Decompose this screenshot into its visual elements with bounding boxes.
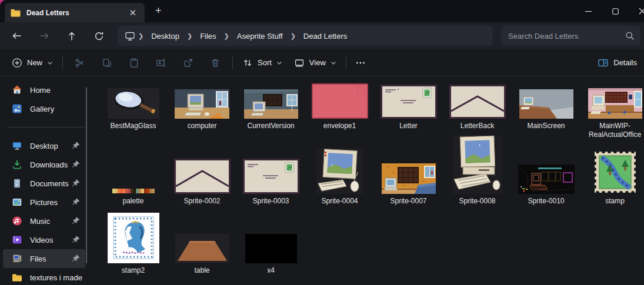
navigation-bar: ❯ Desktop ❯ Files ❯ Aseprite Stuff ❯ Dea… (0, 22, 644, 49)
copy-button[interactable] (94, 53, 121, 73)
thumbnail-stamp (593, 146, 637, 194)
sidebar-item-music[interactable]: Music (3, 212, 85, 230)
breadcrumb-item-desktop[interactable]: Desktop (146, 30, 184, 42)
pin-icon (72, 254, 81, 263)
file-item-bestmagglass[interactable]: BestMagGlass (99, 82, 168, 146)
sidebar-item-label: Gallery (30, 105, 54, 113)
file-item-mainscreen[interactable]: MainScreen (512, 82, 580, 146)
forward-icon[interactable] (35, 30, 53, 42)
thumbnail-sprite-0003 (243, 146, 299, 194)
sidebar-item-downloads[interactable]: Downloads (3, 155, 85, 174)
file-item-mainwip-realactualoffice[interactable]: MainWIP-RealActualOffice (580, 82, 644, 146)
delete-button[interactable] (202, 53, 229, 73)
details-panel-icon (598, 58, 609, 68)
breadcrumb-separator: ❯ (186, 32, 193, 40)
file-item-sprite-0007[interactable]: Sprite-0007 (374, 146, 443, 213)
file-item-palette[interactable]: palette (99, 146, 168, 213)
file-item-table[interactable]: table (168, 213, 236, 275)
sidebar-item-documents[interactable]: Documents (3, 174, 85, 193)
thumbnail-computer (175, 82, 229, 119)
command-bar: New Sort View Details (0, 49, 644, 76)
new-button[interactable]: New (6, 53, 59, 73)
breadcrumb-item-aseprite-stuff[interactable]: Aseprite Stuff (232, 30, 288, 42)
thumbnail-table (175, 213, 229, 263)
file-item-x4[interactable]: x4 (236, 213, 305, 275)
cut-button[interactable] (66, 53, 94, 73)
close-button[interactable] (629, 0, 644, 22)
thumbnail-mainwip-realactualoffice (588, 82, 642, 119)
breadcrumb: ❯ Desktop ❯ Files ❯ Aseprite Stuff ❯ Dea… (118, 26, 493, 46)
file-item-sprite-0010[interactable]: Sprite-0010 (512, 146, 580, 213)
sidebar-item-label: Downloads (30, 160, 68, 169)
thumbnail-bestmagglass (108, 82, 159, 119)
search-box[interactable] (501, 26, 640, 46)
maximize-button[interactable] (602, 0, 629, 22)
details-button[interactable]: Details (592, 53, 643, 73)
home-icon (12, 85, 22, 95)
sidebar-item-gallery[interactable]: Gallery (3, 99, 85, 118)
sidebar-item-textures-i-made[interactable]: textures i made (3, 268, 85, 285)
pin-icon (72, 141, 81, 150)
file-item-sprite-0003[interactable]: Sprite-0003 (236, 146, 305, 213)
sidebar-item-videos[interactable]: Videos (3, 230, 85, 249)
file-item-stamp[interactable]: stamp (580, 146, 644, 213)
refresh-icon[interactable] (90, 30, 108, 42)
file-label: Sprite-0007 (390, 197, 426, 206)
file-label: table (194, 266, 209, 275)
sidebar-item-home[interactable]: Home (3, 81, 85, 99)
back-icon[interactable] (8, 30, 25, 42)
sort-button[interactable]: Sort (236, 53, 288, 73)
search-icon[interactable] (625, 31, 635, 41)
new-tab-icon[interactable]: + (152, 5, 165, 16)
breadcrumb-item-files[interactable]: Files (195, 30, 221, 42)
toolbar-separator (62, 56, 63, 69)
ellipsis-icon (355, 58, 366, 68)
explorer-tab[interactable]: Dead Letters ✕ (5, 3, 145, 22)
file-item-sprite-0008[interactable]: Sprite-0008 (443, 146, 512, 213)
share-button[interactable] (175, 53, 202, 73)
thumbnail-letter (381, 82, 437, 119)
folder-icon (11, 9, 21, 17)
sidebar-item-desktop[interactable]: Desktop (3, 136, 85, 155)
retro-computer-icon (12, 253, 22, 264)
more-options-button[interactable] (350, 53, 371, 73)
thumbnail-currentversion (244, 82, 298, 119)
file-item-sprite-0004[interactable]: Sprite-0004 (305, 146, 374, 213)
file-row: BestMagGlass computer CurrentVersion env… (92, 82, 644, 146)
tab-close-icon[interactable]: ✕ (126, 8, 139, 18)
this-pc-icon[interactable] (125, 31, 135, 41)
rename-button[interactable] (148, 53, 175, 73)
thumbnail-sprite-0010 (518, 146, 575, 194)
file-label: CurrentVersion (247, 122, 294, 130)
plus-circle-icon (12, 58, 22, 68)
sidebar-item-pictures[interactable]: Pictures (3, 193, 85, 212)
pictures-icon (12, 197, 22, 207)
file-row: stamp2 table x4 (92, 213, 644, 275)
file-item-letter[interactable]: Letter (374, 82, 443, 146)
downloads-icon (12, 159, 22, 170)
file-item-stamp2[interactable]: stamp2 (99, 213, 168, 275)
sidebar-scrollbar[interactable] (86, 87, 87, 263)
view-button-label: View (309, 58, 326, 67)
file-item-currentversion[interactable]: CurrentVersion (236, 82, 305, 146)
breadcrumb-item-dead-letters[interactable]: Dead Letters (299, 30, 352, 42)
search-input[interactable] (507, 31, 622, 41)
sidebar: Home Gallery Desktop Downloads Documents… (0, 76, 92, 285)
paste-button[interactable] (121, 53, 148, 73)
sidebar-item-label: Music (30, 217, 50, 226)
up-icon[interactable] (63, 30, 81, 42)
gallery-icon (12, 103, 22, 114)
sort-arrows-icon (242, 58, 253, 68)
file-label: x4 (267, 266, 275, 275)
minimize-button[interactable] (575, 0, 602, 22)
file-item-envelope1[interactable]: envelope1 (305, 82, 374, 146)
thumbnail-palette-wrap (112, 146, 155, 194)
file-label: envelope1 (323, 122, 356, 130)
desktop-icon (12, 140, 22, 151)
music-icon (12, 216, 22, 226)
sidebar-item-files[interactable]: Files (3, 249, 85, 268)
view-button[interactable]: View (288, 53, 342, 73)
file-item-sprite-0002[interactable]: Sprite-0002 (168, 146, 236, 213)
file-item-computer[interactable]: computer (168, 82, 236, 146)
pin-icon (72, 235, 81, 244)
